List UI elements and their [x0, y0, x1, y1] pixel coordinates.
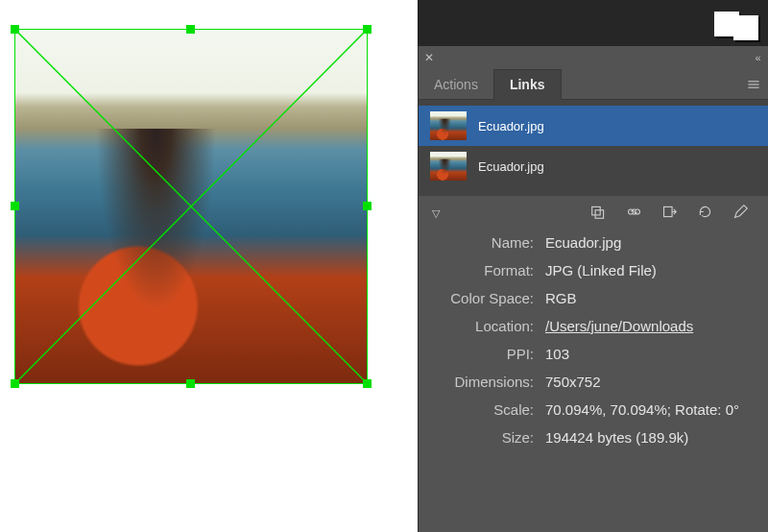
detail-label-scale: Scale:: [432, 401, 545, 418]
detail-label-location: Location:: [432, 318, 545, 334]
tab-links[interactable]: Links: [493, 69, 562, 100]
svg-rect-6: [595, 210, 604, 219]
swatches-area: [418, 0, 768, 46]
detail-value-format: JPG (Linked File): [545, 262, 657, 278]
link-item[interactable]: Ecuador.jpg: [419, 146, 768, 186]
link-filename: Ecuador.jpg: [478, 119, 544, 133]
link-item[interactable]: Ecuador.jpg: [419, 106, 768, 146]
panel-menu-icon[interactable]: [739, 69, 768, 99]
detail-label-dimensions: Dimensions:: [432, 374, 545, 390]
close-icon[interactable]: ✕: [419, 51, 440, 64]
relink-icon[interactable]: [590, 204, 607, 223]
detail-label-format: Format:: [432, 262, 545, 278]
detail-label-colorspace: Color Space:: [432, 290, 545, 306]
detail-value-ppi: 103: [545, 346, 569, 362]
svg-rect-5: [592, 206, 601, 215]
panel-tabs: Actions Links: [419, 69, 768, 100]
link-thumbnail: [430, 111, 467, 140]
detail-value-colorspace: RGB: [545, 290, 577, 306]
detail-label-name: Name:: [432, 234, 545, 251]
detail-label-ppi: PPI:: [432, 346, 545, 362]
svg-rect-9: [664, 206, 673, 216]
detail-label-size: Size:: [432, 429, 545, 446]
links-panel: ✕ « Actions Links Ecuador.jpg Ecuador.jp…: [418, 46, 768, 532]
stroke-swatch[interactable]: [733, 15, 758, 40]
link-thumbnail: [430, 152, 467, 181]
disclosure-triangle-icon[interactable]: ▽: [432, 207, 440, 220]
placed-image-preview: [14, 29, 368, 384]
detail-value-location[interactable]: /Users/june/Downloads: [545, 318, 693, 334]
collapse-panel-icon[interactable]: «: [745, 52, 768, 63]
link-details: ▽ Name: Ecuador.jpg Format: JPG (Linked …: [419, 196, 768, 532]
placed-image[interactable]: [14, 29, 368, 384]
go-to-link-icon[interactable]: [626, 204, 642, 223]
edit-original-icon[interactable]: [732, 204, 749, 223]
canvas-area[interactable]: [0, 0, 418, 532]
detail-value-size: 194424 bytes (189.9k): [545, 429, 688, 446]
embed-icon[interactable]: [661, 204, 678, 223]
tab-label: Links: [510, 77, 545, 92]
detail-value-scale: 70.094%, 70.094%; Rotate: 0°: [545, 401, 739, 418]
detail-value-name: Ecuador.jpg: [545, 234, 621, 251]
link-filename: Ecuador.jpg: [478, 159, 544, 174]
tab-actions[interactable]: Actions: [419, 69, 493, 99]
tab-label: Actions: [434, 77, 478, 92]
update-link-icon[interactable]: [697, 204, 713, 223]
svg-point-8: [635, 209, 639, 214]
panel-titlebar: ✕ «: [419, 46, 768, 69]
links-list: Ecuador.jpg Ecuador.jpg: [419, 100, 768, 196]
svg-point-7: [629, 209, 634, 214]
detail-value-dimensions: 750x752: [545, 374, 601, 390]
